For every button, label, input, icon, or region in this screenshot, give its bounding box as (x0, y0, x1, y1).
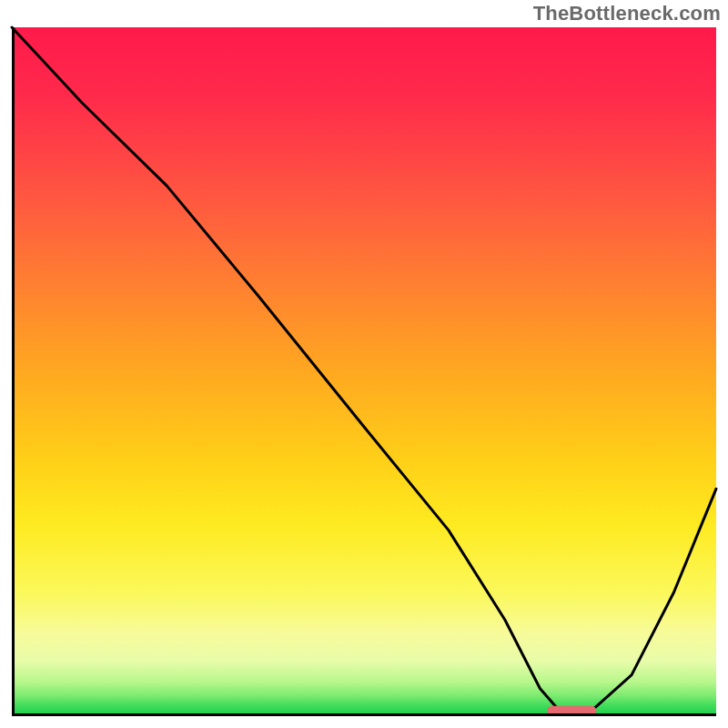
watermark-text: TheBottleneck.com (533, 2, 721, 25)
gradient-background (12, 27, 716, 716)
plot-area (12, 27, 716, 716)
chart-container: TheBottleneck.com (0, 0, 728, 728)
